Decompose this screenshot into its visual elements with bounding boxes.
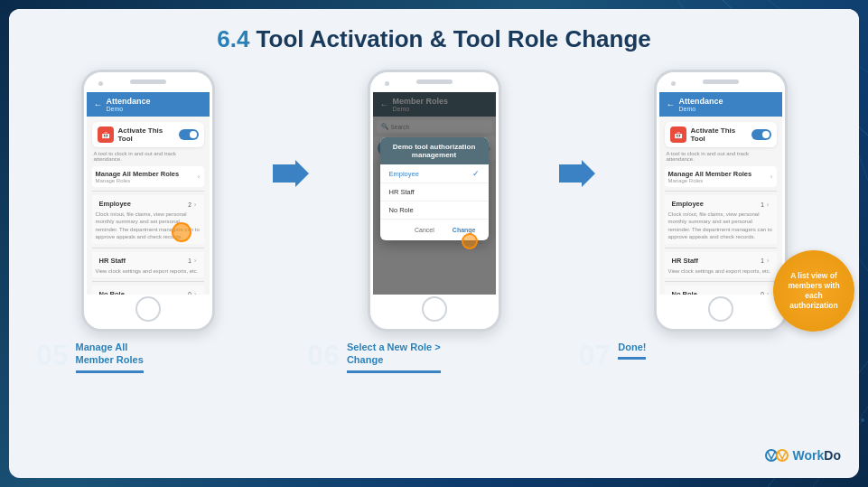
employee-count-1: 2 — [188, 201, 191, 208]
phone-3-header-title: Attendance — [679, 97, 723, 106]
manage-row-3[interactable]: Manage All Member Roles Manage Roles › — [665, 166, 777, 187]
arrow-2 — [555, 160, 600, 187]
manage-label-1: Manage All Member Roles — [96, 170, 180, 178]
activate-row-3: 📅 Activate This Tool — [665, 122, 777, 147]
hrstaff-count-1: 1 — [188, 258, 191, 264]
dialog-option-norole[interactable]: No Role — [380, 201, 489, 220]
touch-indicator-2 — [462, 233, 478, 249]
touch-indicator-1 — [172, 222, 191, 242]
chevron-hr-1: › — [194, 257, 197, 265]
norole-title-3: No Role — [672, 290, 697, 295]
chevron-nr-3: › — [767, 290, 770, 295]
checkmark-icon: ✓ — [472, 169, 480, 178]
step-2-number: 06 — [307, 341, 340, 370]
step-2: 06 Select a New Role >Change — [298, 341, 569, 373]
authorization-badge: A list view of members with each authori… — [773, 250, 854, 332]
step-3-content: Done! — [618, 341, 646, 360]
back-arrow-icon: ← — [94, 99, 103, 109]
norole-section-1: No Role 0 › Not able to access this tool… — [92, 286, 204, 295]
hrstaff-section-3: HR Staff 1 › View clock settings and exp… — [665, 252, 777, 277]
employee-desc-3: Clock in/out, file claims, view personal… — [668, 211, 773, 241]
dialog-norole-label: No Role — [389, 206, 414, 214]
phone-1: ← Attendance Demo 📅 Activate This Tool — [81, 70, 215, 332]
hrstaff-count-3: 1 — [761, 258, 764, 264]
title-number: 6.4 — [217, 25, 249, 52]
phone-3-screen: ← Attendance Demo 📅 Activate This Tool — [659, 92, 782, 295]
toggle-3[interactable] — [751, 129, 771, 140]
employee-count-3: 1 — [761, 201, 764, 208]
phone-1-header-sub: Demo — [107, 106, 151, 112]
dialog-hrstaff-label: HR Staff — [389, 188, 415, 196]
page-title: 6.4 Tool Activation & Tool Role Change — [27, 25, 841, 53]
step-3-label: Done! — [618, 341, 646, 353]
workdo-text: WorkDo — [793, 448, 841, 463]
phone-1-body: 📅 Activate This Tool A tool to clock in … — [87, 117, 210, 295]
phone-3-body: 📅 Activate This Tool A tool to clock in … — [659, 117, 782, 295]
chevron-icon-3: › — [770, 173, 773, 181]
tool-desc-1: A tool to clock in and out and track att… — [92, 151, 204, 162]
step-1-content: Manage AllMember Roles — [76, 341, 144, 373]
manage-sub-1: Manage Roles — [96, 178, 180, 183]
back-arrow-3: ← — [667, 99, 676, 109]
phone-1-header-title: Attendance — [107, 97, 151, 106]
manage-label-3: Manage All Member Roles — [668, 170, 752, 178]
calendar-icon-3: 📅 — [670, 126, 686, 143]
phone-2-screen: ← Member Roles Demo 🔍 Search — [373, 92, 496, 295]
phone-1-screen: ← Attendance Demo 📅 Activate This Tool — [87, 92, 210, 295]
main-card: 6.4 Tool Activation & Tool Role Change ←… — [9, 9, 859, 478]
activate-row-1: 📅 Activate This Tool — [92, 122, 204, 147]
chevron-emp-3: › — [767, 201, 770, 209]
dialog-box: Demo tool authorization management Emplo… — [380, 137, 489, 240]
manage-sub-3: Manage Roles — [668, 178, 752, 183]
employee-title-1: Employee — [99, 200, 131, 208]
hrstaff-section-1: HR Staff 1 › View clock settings and exp… — [92, 252, 204, 277]
chevron-hr-3: › — [767, 257, 770, 265]
steps-section: 05 Manage AllMember Roles 06 Select a Ne… — [9, 332, 859, 373]
phone-3-wrapper: ← Attendance Demo 📅 Activate This Tool — [600, 70, 841, 332]
dialog-option-hrstaff[interactable]: HR Staff — [380, 183, 489, 201]
svg-marker-16 — [559, 160, 595, 187]
hrstaff-desc-1: View clock settings and export reports, … — [96, 267, 201, 275]
tool-desc-3: A tool to clock in and out and track att… — [665, 151, 777, 162]
dialog-cancel-button[interactable]: Cancel — [409, 224, 440, 236]
dialog-employee-label: Employee — [389, 170, 419, 178]
norole-count-3: 0 — [761, 291, 764, 295]
norole-section-3: No Role 0 › Not able to access this tool… — [665, 286, 777, 295]
chevron-emp-1: › — [194, 201, 197, 209]
dialog-title: Demo tool authorization management — [380, 137, 489, 164]
phone-2: ← Member Roles Demo 🔍 Search — [368, 70, 501, 332]
norole-count-1: 0 — [188, 291, 191, 295]
phone-1-header: ← Attendance Demo — [87, 92, 210, 117]
step-2-content: Select a New Role >Change — [347, 341, 441, 373]
calendar-icon: 📅 — [98, 126, 114, 143]
hrstaff-title-1: HR Staff — [99, 257, 126, 265]
chevron-icon-1: › — [198, 173, 201, 181]
workdo-logo: WorkDo — [764, 445, 841, 465]
manage-row-1[interactable]: Manage All Member Roles Manage Roles › — [92, 166, 204, 187]
toggle-1[interactable] — [179, 129, 199, 140]
phone-1-wrapper: ← Attendance Demo 📅 Activate This Tool — [27, 70, 268, 332]
phones-section: ← Attendance Demo 📅 Activate This Tool — [9, 62, 859, 332]
title-section: 6.4 Tool Activation & Tool Role Change — [9, 9, 859, 62]
arrow-1 — [268, 160, 313, 187]
step-1-label: Manage AllMember Roles — [76, 341, 144, 367]
phone-2-wrapper: ← Member Roles Demo 🔍 Search — [313, 70, 555, 332]
phone-3-header: ← Attendance Demo — [659, 92, 782, 117]
dialog-option-employee[interactable]: Employee ✓ — [380, 164, 489, 183]
step-3: 07 Done! — [570, 341, 841, 373]
chevron-nr-1: › — [194, 290, 197, 295]
phone-3-header-sub: Demo — [679, 106, 723, 112]
hrstaff-desc-3: View clock settings and export reports, … — [668, 267, 773, 275]
step-1: 05 Manage AllMember Roles — [27, 341, 298, 373]
activate-label-1: Activate This Tool — [118, 126, 179, 143]
step-3-number: 07 — [579, 341, 611, 370]
step-1-number: 05 — [36, 341, 69, 370]
svg-point-13 — [861, 418, 864, 422]
activate-label-3: Activate This Tool — [691, 126, 751, 143]
phone-3: ← Attendance Demo 📅 Activate This Tool — [654, 70, 788, 332]
norole-title-1: No Role — [99, 290, 125, 295]
hrstaff-title-3: HR Staff — [672, 257, 699, 265]
svg-marker-15 — [273, 160, 309, 187]
title-label: Tool Activation & Tool Role Change — [257, 25, 651, 52]
employee-section-3: Employee 1 › Clock in/out, file claims, … — [665, 195, 777, 244]
